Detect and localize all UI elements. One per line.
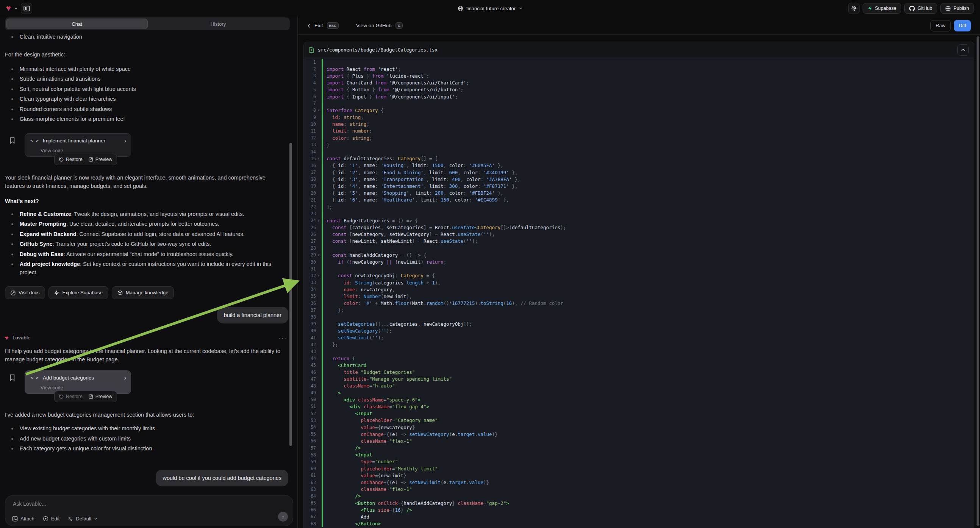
code-line: 67 Add: [304, 513, 974, 520]
bookmark-icon[interactable]: [10, 137, 15, 144]
code-line: 25 const [categories, setCategories] = R…: [304, 224, 974, 231]
file-icon: [309, 47, 314, 53]
code-line: 49 >: [304, 390, 974, 396]
diff-toggle-button[interactable]: Diff: [954, 20, 971, 32]
code-line: 5import { Button } from '@/components/ui…: [304, 86, 974, 93]
globe-icon: [458, 6, 463, 11]
code-line: 34 name: newCategory,: [304, 286, 974, 293]
code-line: 1: [304, 59, 974, 65]
code-line: 23: [304, 210, 974, 217]
visit-docs-button[interactable]: Visit docs: [5, 286, 45, 299]
github-button[interactable]: GitHub: [904, 3, 937, 14]
explore-supabase-button[interactable]: Explore Supabase: [48, 286, 108, 299]
window-scrollbar[interactable]: [977, 37, 979, 526]
code-line: 24∨const BudgetCategories = () => {: [304, 217, 974, 224]
supabase-button[interactable]: Supabase: [862, 3, 901, 14]
list-item: ●Clean, intuitive navigation: [5, 33, 288, 43]
code-line: 19 { id: '4', name: 'Entertainment', lim…: [304, 183, 974, 189]
code-line: 22];: [304, 204, 974, 210]
code-line: 30 if (!newCategory || !newLimit) return…: [304, 258, 974, 265]
list-item: ●Rounded corners and subtle shadows: [5, 105, 288, 115]
chevron-down-icon[interactable]: [14, 6, 18, 10]
design-intro-text: For the design aesthetic:: [5, 50, 288, 59]
file-path: src/components/budget/BudgetCategories.t…: [318, 47, 438, 52]
code-line: 28: [304, 245, 974, 251]
assistant-message-header: ♥ Lovable ···: [5, 333, 288, 342]
list-item: ●Clean typography with clear hierarchies: [5, 95, 288, 105]
assistant-name: Lovable: [13, 334, 30, 342]
code-line: 56 className="flex-1": [304, 437, 974, 444]
whats-next-heading: What's next?: [5, 197, 288, 205]
list-item: ●Add project knowledge: Set key context …: [5, 260, 288, 277]
code-panel: Exit ESC View on GitHub G Raw Diff src/c…: [298, 17, 980, 528]
code-line: 29∨ const handleAddCategory = () => {: [304, 251, 974, 258]
code-line: 15∨const defaultCategories: Category[] =…: [304, 155, 974, 162]
code-line: 3import { Plus } from 'lucide-react';: [304, 72, 974, 79]
code-line: 37 };: [304, 307, 974, 313]
code-line: 8∨interface Category {: [304, 107, 974, 114]
raw-toggle-button[interactable]: Raw: [931, 20, 951, 32]
top-bar: ♥ financial-future-creator Supabase GitH…: [0, 0, 980, 17]
view-on-github-link[interactable]: View on GitHub: [356, 23, 392, 29]
message-menu-button[interactable]: ···: [279, 334, 287, 342]
preview-button[interactable]: Preview: [89, 155, 112, 164]
code-line: 39 setCategories([...categories, newCate…: [304, 320, 974, 327]
ready-text: Your sleek financial planner is now read…: [5, 173, 270, 190]
restore-button[interactable]: Restore: [59, 155, 83, 164]
attach-button[interactable]: Attach: [12, 516, 35, 522]
chevron-left-icon[interactable]: [307, 24, 311, 28]
list-item: ●Each category gets a unique color for v…: [5, 444, 288, 455]
code-line: 17 { id: '2', name: 'Food & Dining', lim…: [304, 169, 974, 176]
chat-composer[interactable]: Ask Lovable... Attach Edit Default ↑: [5, 495, 293, 526]
image-icon: [12, 516, 18, 522]
code-line: 11 limit: number;: [304, 128, 974, 134]
version-card-implement-financial-planner[interactable]: < > Implement financial planner › View c…: [25, 133, 131, 157]
github-icon: [909, 6, 915, 11]
settings-button[interactable]: [848, 3, 859, 14]
restore-icon: [59, 394, 64, 399]
supabase-icon: [867, 6, 872, 11]
tab-chat[interactable]: Chat: [6, 19, 148, 29]
code-line: 32∨ const newCategoryObj: Category = {: [304, 272, 974, 279]
bookmark-icon[interactable]: [10, 374, 15, 381]
mode-select[interactable]: Default: [68, 516, 97, 522]
send-button[interactable]: ↑: [278, 512, 288, 522]
version-actions: Restore Preview: [54, 154, 117, 165]
collapse-file-button[interactable]: [957, 44, 969, 56]
code-line: 51 <div className="flex gap-4">: [304, 403, 974, 410]
restore-button[interactable]: Restore: [59, 393, 83, 401]
code-line: 68 </Button>: [304, 520, 974, 527]
code-line: 41 setNewLimit('');: [304, 334, 974, 341]
code-line: 57 />: [304, 445, 974, 452]
list-item: ●Minimalist interface with plenty of whi…: [5, 65, 288, 75]
code-line: 38: [304, 313, 974, 320]
manage-knowledge-button[interactable]: Manage knowledge: [112, 286, 174, 299]
toggle-sidebar-button[interactable]: [21, 3, 32, 14]
chat-input[interactable]: Ask Lovable...: [13, 501, 46, 507]
code-icon: < >: [30, 137, 39, 145]
code-line: 64 />: [304, 493, 974, 499]
version-card-add-budget-categories[interactable]: < > Add budget categories › View code: [25, 371, 131, 394]
file-header[interactable]: src/components/budget/BudgetCategories.t…: [304, 42, 974, 58]
exit-button[interactable]: Exit: [314, 23, 323, 29]
whats-next-list: ●Refine & Customize: Tweak the design, a…: [5, 210, 288, 277]
assistant-help-text: I'll help you add budget categories to t…: [5, 347, 286, 364]
version-card-wrap: < > Implement financial planner › View c…: [5, 133, 288, 166]
external-link-icon: [11, 291, 16, 296]
chat-scrollbar[interactable]: [290, 143, 292, 446]
project-switcher[interactable]: financial-future-creator: [458, 0, 522, 17]
preview-button[interactable]: Preview: [89, 393, 112, 401]
code-line: 10 name: string;: [304, 121, 974, 128]
list-item: ●Subtle animations and transitions: [5, 75, 288, 85]
tab-history[interactable]: History: [148, 19, 289, 29]
code-line: 45 <ChartCard: [304, 362, 974, 369]
sliders-icon: [68, 516, 73, 522]
code-line: 20 { id: '5', name: 'Shopping', limit: 2…: [304, 190, 974, 197]
publish-button[interactable]: Publish: [940, 3, 974, 14]
external-link-icon: [89, 157, 93, 162]
code-line: 59 type="number": [304, 458, 974, 465]
quick-actions: Visit docs Explore Supabase Manage knowl…: [5, 286, 288, 299]
edit-button[interactable]: Edit: [43, 516, 59, 522]
chevron-down-icon: [94, 517, 97, 520]
lovable-logo-icon[interactable]: ♥: [6, 4, 11, 13]
